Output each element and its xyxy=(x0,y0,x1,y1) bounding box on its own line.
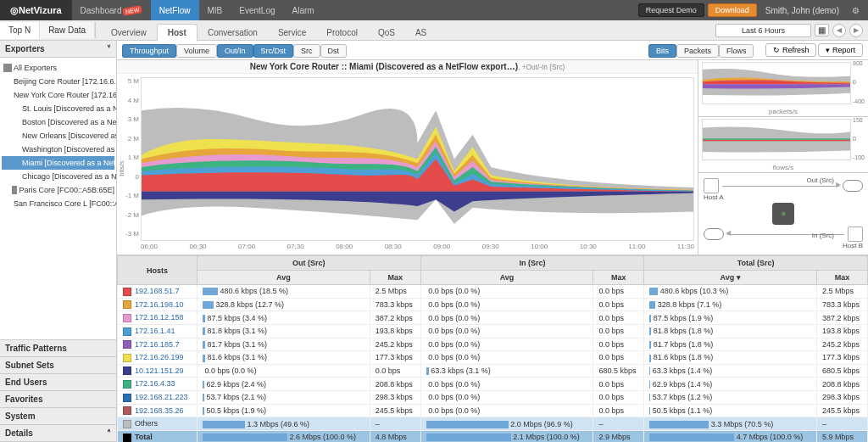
table-row[interactable]: 172.16.12.158 87.5 kbps (3.4 %)387.2 kbp… xyxy=(118,311,868,325)
col-hosts[interactable]: Hosts xyxy=(118,256,198,285)
table-row[interactable]: 172.16.26.199 81.6 kbps (3.1 %)177.3 kbp… xyxy=(118,351,868,365)
tree-item[interactable]: Paris Core [FC00::A5B:65E] xyxy=(2,183,114,197)
accordion-details[interactable]: Details˄ xyxy=(0,425,116,442)
next-button[interactable]: ▶ xyxy=(849,24,863,37)
lefttab-raw-data[interactable]: Raw Data xyxy=(40,22,95,38)
tab-conversation[interactable]: Conversation xyxy=(198,25,268,41)
plot-area[interactable] xyxy=(141,77,694,241)
chip-volume[interactable]: Volume xyxy=(176,44,217,58)
hosts-table[interactable]: Hosts Out (Src) In (Src) Total (Src) Avg… xyxy=(117,255,868,442)
flow-diagram: Out (Src) Host A ✳ In (Src) Host B xyxy=(698,173,868,255)
main-chart[interactable]: New York Core Router :: Miami (Discovere… xyxy=(117,60,698,255)
tab-protocol[interactable]: Protocol xyxy=(316,25,368,41)
table-row[interactable]: 172.16.4.33 62.9 kbps (2.4 %)208.8 kbps … xyxy=(118,378,868,391)
host-a-icon xyxy=(704,178,719,193)
cloud-icon xyxy=(843,180,863,192)
report-button[interactable]: ▾ Report xyxy=(818,43,863,57)
chart-row: New York Core Router :: Miami (Discovere… xyxy=(117,60,868,255)
chart-toolbar: ThroughputVolumeOut/InSrc/DstSrcDst Bits… xyxy=(117,41,868,60)
tree-item[interactable]: Beijing Core Router [172.16.6.94] xyxy=(2,75,114,88)
col-out[interactable]: Out (Src) xyxy=(198,256,421,271)
tree-item[interactable]: All Exporters xyxy=(2,61,114,75)
accordion-end-users[interactable]: End Users xyxy=(0,374,116,391)
chart-title: New York Core Router :: Miami (Discovere… xyxy=(117,60,698,74)
brand-logo: ◎NetVizura xyxy=(0,0,72,20)
col-max[interactable]: Max xyxy=(593,271,644,285)
nav-netflow[interactable]: NetFlow xyxy=(151,0,199,20)
chip-throughput[interactable]: Throughput xyxy=(122,44,176,58)
sidebar: Exporters˅ All ExportersBeijing Core Rou… xyxy=(0,41,117,442)
request-demo-button[interactable]: Request Demo xyxy=(638,3,704,17)
exporter-tree: All ExportersBeijing Core Router [172.16… xyxy=(0,58,116,339)
chevron-down-icon: ˅ xyxy=(107,44,111,53)
router-icon: ✳ xyxy=(772,203,794,225)
gear-icon[interactable]: ⚙ xyxy=(848,3,863,18)
col-max[interactable]: Max xyxy=(370,271,420,285)
table-row[interactable]: 172.16.1.41 81.8 kbps (3.1 %)193.8 kbps … xyxy=(118,324,868,338)
tree-item[interactable]: New York Core Router [172.16.0.1] xyxy=(2,88,114,102)
tab-as[interactable]: AS xyxy=(405,25,437,41)
refresh-button[interactable]: ↻ Refresh xyxy=(765,43,816,57)
flows-chart[interactable]: 1500-100 flows/s xyxy=(698,117,868,174)
tab-qos[interactable]: QoS xyxy=(368,25,405,41)
tree-item[interactable]: Boston [Discovered as a NetFlow …] xyxy=(2,115,114,129)
table-row[interactable]: Others 1.3 Mbps (49.6 %)– 2.0 Mbps (96.9… xyxy=(118,417,868,431)
packets-chart[interactable]: 8000-400 packets/s xyxy=(698,60,868,117)
chip-outin[interactable]: Out/In xyxy=(217,44,253,58)
subbar: Top NRaw Data OverviewHostConversationSe… xyxy=(0,20,868,41)
col-avg[interactable]: Avg xyxy=(420,271,593,285)
chip-bits[interactable]: Bits xyxy=(648,44,676,58)
chip-src[interactable]: Src xyxy=(293,44,320,58)
tree-item[interactable]: Chicago [Discovered as a NetFlo…] xyxy=(2,170,114,183)
download-button[interactable]: Download xyxy=(708,3,757,17)
tab-overview[interactable]: Overview xyxy=(101,25,157,41)
device-icon xyxy=(3,64,12,72)
nav-mib[interactable]: MIB xyxy=(199,0,231,20)
content: ThroughputVolumeOut/InSrc/DstSrcDst Bits… xyxy=(117,41,868,442)
accordion-traffic-patterns[interactable]: Traffic Patterns xyxy=(0,340,116,357)
tree-item[interactable]: New Orleans [Discovered as a N…] xyxy=(2,129,114,143)
accordion-favorites[interactable]: Favorites xyxy=(0,391,116,408)
user-label[interactable]: Smith, John (demo) xyxy=(760,6,844,15)
table-row[interactable]: 192.168.51.7 480.6 kbps (18.5 %)2.5 Mbps… xyxy=(118,285,868,299)
col-avg[interactable]: Avg xyxy=(198,271,370,285)
chip-srcdst[interactable]: Src/Dst xyxy=(253,44,294,58)
col-max[interactable]: Max xyxy=(817,271,868,285)
table-row[interactable]: Total 2.6 Mbps (100.0 %)4.8 Mbps 2.1 Mbp… xyxy=(118,430,868,442)
accordion-subnet-sets[interactable]: Subnet Sets xyxy=(0,357,116,374)
table-row[interactable]: 192.168.21.223 53.7 kbps (2.1 %)298.3 kb… xyxy=(118,391,868,405)
tree-item[interactable]: San Francisco Core L [FC00::A5B:7…] xyxy=(2,197,114,210)
x-axis: 06:0006:3007:0007:3008:0008:3009:0009:30… xyxy=(141,243,694,255)
table-row[interactable]: 192.168.35.26 50.5 kbps (1.9 %)245.5 kbp… xyxy=(118,404,868,417)
col-avg[interactable]: Avg ▾ xyxy=(644,271,817,285)
tree-item[interactable]: St. Louis [Discovered as a NetFlow …] xyxy=(2,102,114,115)
col-in[interactable]: In (Src) xyxy=(420,256,644,271)
accordion-system[interactable]: System xyxy=(0,408,116,425)
exporters-header[interactable]: Exporters˅ xyxy=(0,41,116,58)
device-icon xyxy=(12,186,17,194)
nav-eventlog[interactable]: EventLog xyxy=(231,0,283,20)
calendar-icon[interactable]: ▦ xyxy=(815,24,829,36)
topbar: ◎NetVizura DashboardNEWNetFlowMIBEventLo… xyxy=(0,0,868,20)
chip-flows[interactable]: Flows xyxy=(719,44,754,58)
nav-alarm[interactable]: Alarm xyxy=(284,0,323,20)
tab-host[interactable]: Host xyxy=(157,24,198,42)
timerange-select[interactable]: Last 6 Hours xyxy=(715,24,811,37)
table-row[interactable]: 172.16.185.7 81.7 kbps (3.1 %)245.2 kbps… xyxy=(118,338,868,351)
prev-button[interactable]: ◀ xyxy=(832,24,846,37)
chip-packets[interactable]: Packets xyxy=(676,44,719,58)
table-row[interactable]: 172.16.198.10 328.8 kbps (12.7 %)783.3 k… xyxy=(118,298,868,311)
cloud-icon xyxy=(704,228,724,240)
host-b-icon xyxy=(848,227,863,242)
chip-dst[interactable]: Dst xyxy=(320,44,348,58)
tree-item[interactable]: Miami [Discovered as a NetFlow…] xyxy=(2,156,114,170)
col-total[interactable]: Total (Src) xyxy=(644,256,868,271)
lefttab-top-n[interactable]: Top N xyxy=(0,22,40,39)
tab-service[interactable]: Service xyxy=(268,25,316,41)
table-row[interactable]: 10.121.151.29 0.0 bps (0.0 %)0.0 bps 63.… xyxy=(118,364,868,378)
y-axis: 5 M4 M3 M2 M1 M0-1 M-2 M-3 M xyxy=(117,74,141,241)
chevron-icon: ˄ xyxy=(107,428,111,438)
nav-dashboard[interactable]: DashboardNEW xyxy=(72,0,151,20)
tree-item[interactable]: Washington [Discovered as a N…] xyxy=(2,143,114,156)
